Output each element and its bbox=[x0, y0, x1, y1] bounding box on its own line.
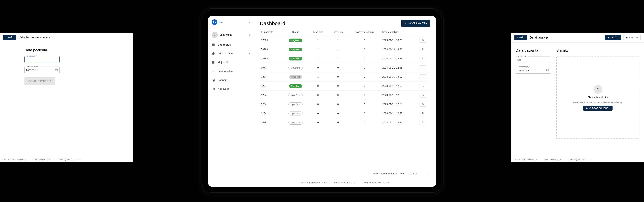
cell-status: Negativní bbox=[283, 82, 308, 91]
back-label: ZPĚT bbox=[519, 36, 525, 39]
status-badge: Negativní bbox=[289, 48, 302, 51]
svg-rect-2 bbox=[213, 44, 214, 45]
cell-left-eye: 0 bbox=[308, 82, 328, 91]
cell-discarded: 0 bbox=[348, 36, 381, 45]
calendar-icon[interactable] bbox=[546, 69, 549, 72]
sidebar-item-password[interactable]: Změna helsa bbox=[208, 68, 254, 75]
analysis-date-input[interactable] bbox=[24, 67, 60, 73]
svg-point-8 bbox=[213, 71, 214, 72]
avatar: L bbox=[212, 32, 218, 38]
svg-point-23 bbox=[422, 121, 423, 123]
cell-id: 1234 bbox=[260, 72, 283, 82]
trash-icon bbox=[626, 37, 628, 39]
cell-date: 2023-01-11, 12:57 bbox=[381, 72, 416, 82]
sidebar-item-support[interactable]: Podpora bbox=[208, 76, 254, 84]
svg-point-16 bbox=[422, 58, 423, 59]
patient-id-label: ID pacienta * bbox=[517, 55, 528, 57]
section-heading: Data pacienta bbox=[24, 48, 108, 52]
brand: Air een ‹ bbox=[208, 19, 254, 29]
row-detail-button[interactable] bbox=[420, 65, 426, 70]
analysis-date-input[interactable] bbox=[516, 67, 551, 74]
svg-point-11 bbox=[213, 80, 214, 81]
delete-label: SMAZAT bbox=[629, 36, 638, 39]
tablet-screen: Air een ‹ L Lubo Yurko ▾ Dashboard Admin… bbox=[208, 16, 436, 187]
select-files-button[interactable]: VYBRAT SOUBORY bbox=[583, 105, 612, 110]
page-header: Dashboard ＋ NOVÁ ANALÝZA bbox=[254, 16, 436, 28]
cell-left-eye: 0 bbox=[308, 100, 328, 109]
brand-logo: Air bbox=[212, 19, 218, 25]
status-badge: Vyřazena bbox=[289, 75, 302, 79]
footer-version: Verze softwaru: 1.1.3 bbox=[33, 158, 52, 161]
back-label: ZPĚT bbox=[8, 36, 14, 39]
upload-dropzone[interactable]: Nahrajte snímky Přetáhněte snímky do tét… bbox=[556, 57, 640, 139]
sidebar-item-label: Změna helsa bbox=[218, 70, 233, 73]
sidebar-item-dashboard[interactable]: Dashboard bbox=[208, 41, 254, 49]
next-page-button[interactable]: › bbox=[426, 171, 430, 176]
sidebar-item-administration[interactable]: Administrace › bbox=[208, 50, 254, 57]
user-menu[interactable]: L Lubo Yurko ▾ bbox=[208, 30, 254, 40]
patient-id-input[interactable] bbox=[516, 57, 551, 63]
select-files-label: VYBRAT SOUBORY bbox=[589, 107, 610, 109]
upload-heading: Nahrajte snímky bbox=[588, 96, 608, 99]
page-range: 1-10 z 12 bbox=[408, 172, 417, 175]
brand-suffix: een bbox=[219, 21, 223, 24]
chevron-down-icon: ▾ bbox=[249, 33, 250, 36]
table-row: 78788 Negativní 1 1 0 2023-01-10, 13:26 bbox=[260, 45, 430, 54]
cell-discarded: 0 bbox=[348, 82, 381, 91]
save-button[interactable]: ULOŽIT bbox=[605, 35, 621, 40]
bottombar: Toto není produkční verze. Verze softwar… bbox=[0, 157, 133, 162]
cell-date: 2023-01-11, 12:56 bbox=[381, 82, 416, 91]
cell-discarded: 0 bbox=[348, 91, 381, 100]
back-button[interactable]: ‹ ZPĚT bbox=[3, 35, 16, 40]
new-analysis-label: NOVÁ ANALÝZA bbox=[408, 22, 427, 25]
col-date: Datum analýzy bbox=[381, 29, 416, 36]
svg-point-7 bbox=[212, 71, 212, 72]
upload-hint: Přetáhněte snímky do této plochy nebo vy… bbox=[573, 101, 622, 103]
row-detail-button[interactable] bbox=[420, 84, 426, 88]
sidebar-item-label: Podpora bbox=[218, 79, 228, 82]
row-detail-button[interactable] bbox=[420, 56, 426, 61]
rows-per-page-select[interactable]: 10 ▾ bbox=[400, 172, 404, 175]
screen-title: Detail analýzy bbox=[530, 36, 549, 39]
table: ID pacienta Status Levé oko Pravé oko Vy… bbox=[254, 28, 436, 169]
save-label: ULOŽIT bbox=[610, 36, 619, 39]
row-detail-button[interactable] bbox=[420, 47, 426, 52]
new-analysis-button[interactable]: ＋ NOVÁ ANALÝZA bbox=[401, 20, 430, 27]
row-detail-button[interactable] bbox=[420, 111, 426, 116]
status-badge: Vytvořeno bbox=[288, 102, 303, 106]
help-icon bbox=[212, 87, 215, 91]
table-row: 1234 Negativní 0 0 0 2023-01-11, 12:56 bbox=[260, 82, 430, 91]
sidebar-collapse-icon[interactable]: ‹ bbox=[249, 21, 250, 24]
cell-status: Negativní bbox=[283, 45, 308, 54]
calendar-icon[interactable] bbox=[55, 68, 58, 72]
cell-id: 78788 bbox=[260, 45, 283, 54]
cell-left-eye: 1 bbox=[308, 36, 328, 45]
cell-right-eye: 1 bbox=[328, 45, 348, 54]
row-detail-button[interactable] bbox=[420, 102, 426, 107]
row-detail-button[interactable] bbox=[420, 120, 426, 125]
magnify-icon bbox=[422, 103, 424, 105]
cell-discarded: 0 bbox=[348, 100, 381, 109]
back-button[interactable]: ‹ ZPĚT bbox=[514, 35, 527, 40]
cell-date: 2023-01-11, 12:58 bbox=[381, 63, 416, 72]
footer-non-prod: Toto není produkční verze. bbox=[514, 158, 538, 161]
sidebar-item-help[interactable]: Nápověda bbox=[208, 85, 254, 93]
row-detail-button[interactable] bbox=[420, 93, 426, 98]
svg-point-5 bbox=[212, 52, 214, 55]
status-badge: Vytvořeno bbox=[288, 93, 303, 97]
pagination: Počet řádků na stránku 10 ▾ 1-10 z 12 ‹ … bbox=[254, 169, 436, 178]
cell-discarded: 0 bbox=[348, 54, 381, 63]
svg-point-21 bbox=[422, 103, 423, 104]
sidebar-item-profile[interactable]: Muj profil bbox=[208, 59, 254, 66]
row-detail-button[interactable] bbox=[420, 38, 426, 43]
footer-non-prod: Toto není produkční verze. bbox=[301, 181, 328, 184]
row-detail-button[interactable] bbox=[420, 75, 426, 79]
svg-point-10 bbox=[212, 79, 214, 82]
table-row: 1234 Vytvořeno 0 0 0 2023-01-11, 12:55 bbox=[260, 100, 430, 109]
table-row: 1234 Vytvořeno 0 0 0 2023-01-11, 12:56 bbox=[260, 91, 430, 100]
status-badge: Vytvořeno bbox=[288, 121, 303, 125]
cell-date: 2023-01-11, 12:56 bbox=[381, 91, 416, 100]
cell-left-eye: 1 bbox=[308, 72, 328, 82]
patient-id-input[interactable] bbox=[24, 56, 60, 63]
delete-button[interactable]: SMAZAT bbox=[624, 35, 641, 40]
